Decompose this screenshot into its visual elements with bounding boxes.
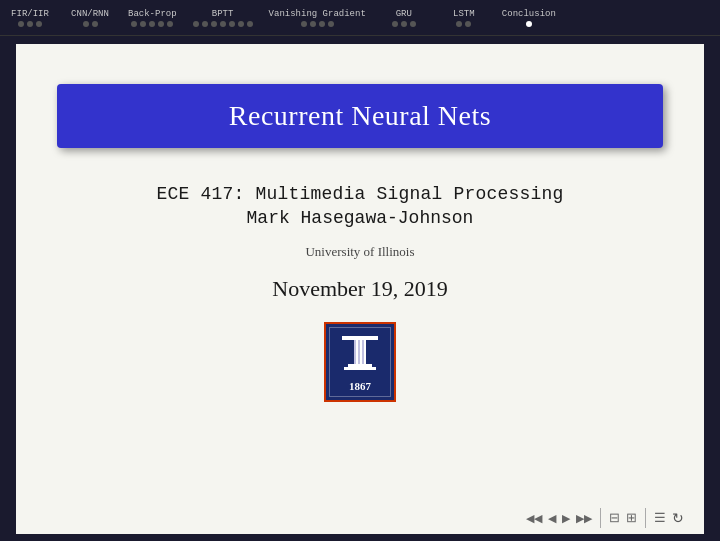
- nav-dot: [526, 21, 532, 27]
- nav-dot: [167, 21, 173, 27]
- nav-dot: [140, 21, 146, 27]
- nav-dot: [149, 21, 155, 27]
- nav-dot: [211, 21, 217, 27]
- nav-dot: [401, 21, 407, 27]
- nav-dot: [92, 21, 98, 27]
- nav-dot: [465, 21, 471, 27]
- nav-section-label: LSTM: [453, 9, 475, 19]
- nav-divider: [600, 508, 601, 528]
- nav-section-conclusion[interactable]: Conclusion: [494, 0, 564, 35]
- nav-bar: FIR/IIRCNN/RNNBack-PropBPTTVanishing Gra…: [0, 0, 720, 36]
- nav-section-dots: [301, 21, 334, 27]
- nav-dot: [328, 21, 334, 27]
- nav-dot: [202, 21, 208, 27]
- nav-section-vanishing-gradient[interactable]: Vanishing Gradient: [261, 0, 374, 35]
- nav-arrow-last[interactable]: ▶▶: [576, 512, 592, 525]
- nav-section-dots: [193, 21, 253, 27]
- nav-dot: [83, 21, 89, 27]
- nav-section-back-prop[interactable]: Back-Prop: [120, 0, 185, 35]
- slide-content: Recurrent Neural Nets ECE 417: Multimedi…: [16, 44, 704, 534]
- nav-dot: [238, 21, 244, 27]
- nav-section-label: CNN/RNN: [71, 9, 109, 19]
- nav-dot: [193, 21, 199, 27]
- nav-menu-icon[interactable]: ☰: [654, 510, 666, 526]
- nav-dot: [456, 21, 462, 27]
- nav-section-dots: [392, 21, 416, 27]
- nav-dot: [319, 21, 325, 27]
- nav-dot: [247, 21, 253, 27]
- nav-dot: [229, 21, 235, 27]
- nav-section-dots: [456, 21, 471, 27]
- nav-arrow-first[interactable]: ◀◀: [526, 512, 542, 525]
- nav-dot: [301, 21, 307, 27]
- nav-section-dots: [18, 21, 42, 27]
- nav-section-lstm[interactable]: LSTM: [434, 0, 494, 35]
- nav-section-dots: [131, 21, 173, 27]
- nav-section-label: Conclusion: [502, 9, 556, 19]
- nav-section-cnn-rnn[interactable]: CNN/RNN: [60, 0, 120, 35]
- nav-section-dots: [83, 21, 98, 27]
- nav-dot: [131, 21, 137, 27]
- nav-dot: [36, 21, 42, 27]
- nav-section-bptt[interactable]: BPTT: [185, 0, 261, 35]
- nav-section-label: Vanishing Gradient: [269, 9, 366, 19]
- course-title: ECE 417: Multimedia Signal Processing: [156, 184, 563, 204]
- nav-section-fir-iir[interactable]: FIR/IIR: [0, 0, 60, 35]
- nav-arrow-next[interactable]: ▶: [562, 512, 570, 525]
- nav-search-icon[interactable]: ⊟: [609, 510, 620, 526]
- nav-dot: [220, 21, 226, 27]
- date-label: November 19, 2019: [272, 276, 447, 302]
- university-logo: 1867: [324, 322, 396, 402]
- nav-arrow-prev[interactable]: ◀: [548, 512, 556, 525]
- bottom-nav: ◀◀ ◀ ▶ ▶▶ ⊟ ⊞ ☰ ↻: [526, 508, 684, 528]
- university-label: University of Illinois: [305, 244, 414, 260]
- nav-section-label: FIR/IIR: [11, 9, 49, 19]
- nav-dot: [18, 21, 24, 27]
- nav-dot: [310, 21, 316, 27]
- nav-zoom-icon[interactable]: ⊞: [626, 510, 637, 526]
- nav-section-label: BPTT: [212, 9, 234, 19]
- nav-refresh-icon[interactable]: ↻: [672, 510, 684, 527]
- nav-section-label: Back-Prop: [128, 9, 177, 19]
- nav-section-label: GRU: [396, 9, 412, 19]
- nav-section-gru[interactable]: GRU: [374, 0, 434, 35]
- nav-dot: [158, 21, 164, 27]
- nav-section-dots: [526, 21, 532, 27]
- author-name: Mark Hasegawa-Johnson: [156, 208, 563, 228]
- nav-dot: [27, 21, 33, 27]
- logo-inner-border: [329, 327, 391, 397]
- nav-dot: [392, 21, 398, 27]
- nav-divider2: [645, 508, 646, 528]
- title-banner: Recurrent Neural Nets: [57, 84, 662, 148]
- course-info: ECE 417: Multimedia Signal Processing Ma…: [156, 184, 563, 228]
- slide-title: Recurrent Neural Nets: [229, 100, 491, 131]
- nav-dot: [410, 21, 416, 27]
